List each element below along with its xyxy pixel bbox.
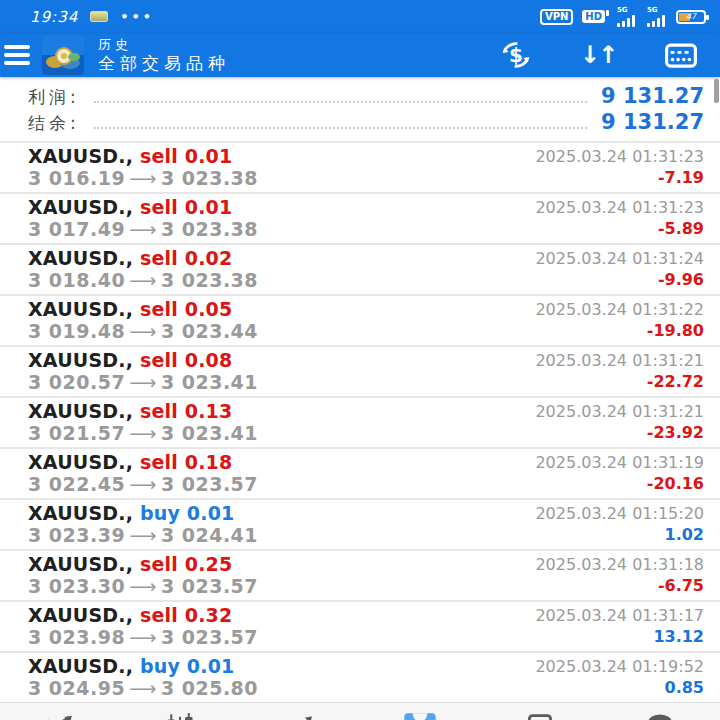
trade-left: XAUUSD., sell 0.25 3 023.30⟶3 023.57 [28,553,258,597]
trade-price-line: 3 023.30⟶3 023.57 [28,575,258,597]
trade-list: XAUUSD., sell 0.01 3 016.19⟶3 023.38 202… [0,141,720,702]
trade-symbol: XAUUSD., [28,196,140,218]
trade-price-line: 3 020.57⟶3 023.41 [28,371,258,393]
trade-price-line: 3 022.45⟶3 023.57 [28,473,258,495]
page-title: 历史 [98,38,230,51]
trade-open-price: 3 018.40 [28,269,125,291]
header-actions: $ ↓↑ [500,39,698,71]
nav-messages[interactable] [625,710,695,720]
trade-close-price: 3 023.57 [161,473,258,495]
trade-close-price: 3 023.38 [161,167,258,189]
trade-side-volume: sell 0.01 [140,196,233,218]
arrow-right-icon: ⟶ [129,575,157,597]
trade-profit: -7.19 [658,168,704,187]
profit-label: 利润: [28,86,80,109]
arrow-right-icon: ⟶ [129,473,157,495]
signal-bars-icon [647,15,665,27]
arrow-right-icon: ⟶ [129,167,157,189]
trade-title-line: XAUUSD., sell 0.18 [28,451,258,473]
trade-datetime: 2025.03.24 01:31:21 [535,402,704,421]
balance-label: 结余: [28,112,80,135]
trade-row[interactable]: XAUUSD., buy 0.01 3 024.95⟶3 025.80 2025… [0,651,720,702]
arrow-right-icon: ⟶ [129,269,157,291]
nav-news[interactable] [505,710,575,720]
trade-profit: 1.02 [665,525,704,544]
header-titles: 历史 全部交易品种 [98,38,230,72]
nav-quotes[interactable] [25,710,95,720]
trade-symbol: XAUUSD., [28,145,140,167]
arrow-right-icon: ⟶ [129,677,157,699]
trade-close-price: 3 023.41 [161,371,258,393]
trade-left: XAUUSD., sell 0.01 3 016.19⟶3 023.38 [28,145,258,189]
trade-title-line: XAUUSD., sell 0.02 [28,247,258,269]
trade-side-volume: sell 0.13 [140,400,233,422]
trade-datetime: 2025.03.24 01:31:23 [535,198,704,217]
trade-datetime: 2025.03.24 01:19:52 [535,657,704,676]
trade-row[interactable]: XAUUSD., sell 0.01 3 017.49⟶3 023.38 202… [0,192,720,243]
trade-right: 2025.03.24 01:15:20 1.02 [535,502,704,546]
signal-sim2-icon: 5G [647,7,665,27]
trade-price-line: 3 016.19⟶3 023.38 [28,167,258,189]
trade-title-line: XAUUSD., sell 0.01 [28,196,258,218]
trade-side-volume: sell 0.08 [140,349,233,371]
trade-price-line: 3 017.49⟶3 023.38 [28,218,258,240]
sim-card-icon [90,11,108,22]
trade-side-volume: sell 0.02 [140,247,233,269]
trade-side-volume: sell 0.32 [140,604,233,626]
arrow-right-icon: ⟶ [129,422,157,444]
nav-history[interactable] [385,710,455,720]
trade-row[interactable]: XAUUSD., sell 0.25 3 023.30⟶3 023.57 202… [0,549,720,600]
trade-price-line: 3 018.40⟶3 023.38 [28,269,258,291]
trade-row[interactable]: XAUUSD., sell 0.08 3 020.57⟶3 023.41 202… [0,345,720,396]
balance-summary-row: 结余: 9 131.27 [28,110,704,136]
currency-exchange-button[interactable]: $ [500,39,532,71]
trade-datetime: 2025.03.24 01:31:17 [535,606,704,625]
trade-symbol: XAUUSD., [28,247,140,269]
trade-right: 2025.03.24 01:31:24 -9.96 [535,247,704,291]
trade-row[interactable]: XAUUSD., sell 0.02 3 018.40⟶3 023.38 202… [0,243,720,294]
signal-sim1-icon: 5G [617,7,635,27]
arrow-up-icon: ↑ [598,43,616,67]
trade-datetime: 2025.03.24 01:31:22 [535,300,704,319]
trade-row[interactable]: XAUUSD., sell 0.18 3 022.45⟶3 023.57 202… [0,447,720,498]
vpn-badge: VPN [540,9,573,25]
trade-profit: -20.16 [647,474,704,493]
trade-left: XAUUSD., sell 0.08 3 020.57⟶3 023.41 [28,349,258,393]
trade-right: 2025.03.24 01:31:17 13.12 [535,604,704,648]
calendar-period-button[interactable] [664,39,698,71]
trade-left: XAUUSD., buy 0.01 3 024.95⟶3 025.80 [28,655,258,699]
scrollbar-thumb[interactable] [714,79,719,103]
trade-left: XAUUSD., sell 0.05 3 019.48⟶3 023.44 [28,298,258,342]
trade-right: 2025.03.24 01:31:23 -7.19 [535,145,704,189]
trade-profit: 13.12 [653,627,704,646]
trade-row[interactable]: XAUUSD., buy 0.01 3 023.39⟶3 024.41 2025… [0,498,720,549]
symbol-filter-label[interactable]: 全部交易品种 [98,55,230,72]
trade-symbol: XAUUSD., [28,604,140,626]
trade-datetime: 2025.03.24 01:31:23 [535,147,704,166]
trade-right: 2025.03.24 01:31:22 -19.80 [535,298,704,342]
trade-row[interactable]: XAUUSD., sell 0.01 3 016.19⟶3 023.38 202… [0,141,720,192]
trade-row[interactable]: XAUUSD., sell 0.32 3 023.98⟶3 023.57 202… [0,600,720,651]
trade-open-price: 3 019.48 [28,320,125,342]
trade-row[interactable]: XAUUSD., sell 0.05 3 019.48⟶3 023.44 202… [0,294,720,345]
trade-price-line: 3 021.57⟶3 023.41 [28,422,258,444]
trade-side-volume: sell 0.05 [140,298,233,320]
trade-row[interactable]: XAUUSD., sell 0.13 3 021.57⟶3 023.41 202… [0,396,720,447]
trade-title-line: XAUUSD., buy 0.01 [28,655,258,677]
arrow-down-icon: ↓ [580,43,598,67]
arrow-right-icon: ⟶ [129,218,157,240]
trade-price-line: 3 023.98⟶3 023.57 [28,626,258,648]
sort-order-button[interactable]: ↓↑ [580,43,616,67]
nav-charts[interactable] [145,710,215,720]
trade-open-price: 3 020.57 [28,371,125,393]
trade-price-line: 3 019.48⟶3 023.44 [28,320,258,342]
trade-close-price: 3 023.38 [161,218,258,240]
trade-open-price: 3 023.30 [28,575,125,597]
nav-trade[interactable] [265,710,335,720]
app-window: 19:34 ••• VPN HD 5G 5G 47 [0,0,720,720]
trade-left: XAUUSD., sell 0.32 3 023.98⟶3 023.57 [28,604,258,648]
more-dots-icon: ••• [120,9,154,24]
trade-side-volume: sell 0.25 [140,553,233,575]
menu-hamburger-icon[interactable] [4,45,34,65]
trade-profit: -6.75 [658,576,704,595]
